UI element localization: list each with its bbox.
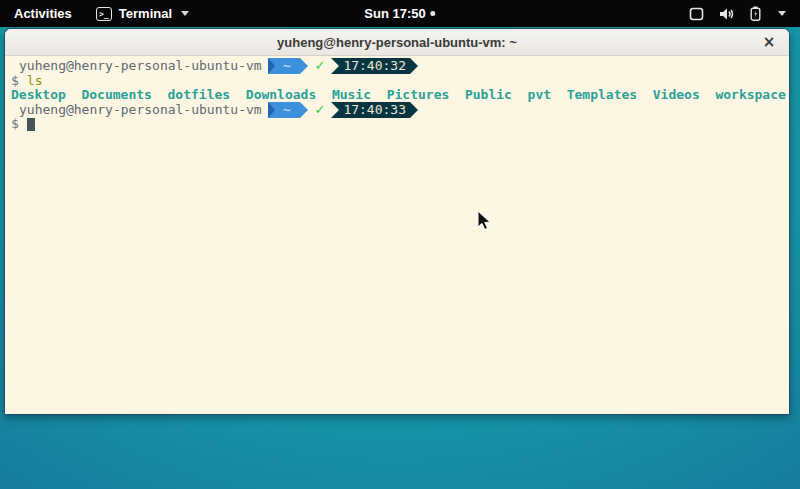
chevron-down-icon [181,11,189,16]
screen-icon [689,7,704,21]
close-button[interactable]: × [760,33,778,51]
prompt-line: yuheng@henry-personal-ubuntu-vm ~ ✓ 17:4… [11,103,787,118]
prompt-dollar: $ [11,117,19,132]
status-check-icon: ✓ [314,59,325,74]
text-cursor [27,118,35,131]
prompt-time: 17:40:33 [341,103,410,118]
app-menu-terminal[interactable]: >_ Terminal [86,0,199,27]
terminal-window: yuheng@henry-personal-ubuntu-vm: ~ × yuh… [4,28,790,415]
prompt-time: 17:40:32 [341,59,410,74]
prompt-path: ~ [281,59,299,74]
prompt-user: yuheng@henry-personal-ubuntu-vm [19,103,262,118]
prompt-time-segment: 17:40:32 [331,58,418,74]
ls-output: Desktop Documents dotfiles Downloads Mus… [11,88,787,103]
desktop: Activities >_ Terminal Sun 17:50 [0,0,800,489]
prompt-path-segment: ~ [268,58,309,74]
powerline-tip-icon [410,102,418,118]
activities-button[interactable]: Activities [0,0,86,27]
volume-icon [719,7,735,21]
notification-dot [431,11,436,16]
prompt-path: ~ [281,103,299,118]
powerline-arrow-icon [268,58,275,74]
window-titlebar[interactable]: yuheng@henry-personal-ubuntu-vm: ~ × [5,29,789,56]
powerline-tip-icon [300,58,308,74]
terminal-content[interactable]: yuheng@henry-personal-ubuntu-vm ~ ✓ 17:4… [5,56,789,414]
prompt-line: yuheng@henry-personal-ubuntu-vm ~ ✓ 17:4… [11,59,787,74]
powerline-tip-icon [410,58,418,74]
status-check-icon: ✓ [314,103,325,118]
mouse-cursor [477,210,492,232]
close-icon: × [763,33,776,51]
powerline-arrow-icon [268,102,275,118]
prompt-dollar: $ [11,74,19,89]
window-title: yuheng@henry-personal-ubuntu-vm: ~ [277,35,517,50]
command-line: $ ls [11,74,787,89]
clock-button[interactable]: Sun 17:50 [364,0,435,27]
battery-icon [750,6,761,21]
system-status-menu[interactable] [689,0,800,27]
top-bar: Activities >_ Terminal Sun 17:50 [0,0,800,27]
powerline-notch-icon [331,102,339,118]
input-line: $ [11,117,787,132]
app-menu-label: Terminal [119,6,172,21]
prompt-path-segment: ~ [268,102,309,118]
terminal-icon: >_ [96,7,112,21]
typed-command: ls [27,74,43,89]
prompt-user: yuheng@henry-personal-ubuntu-vm [19,59,262,74]
clock-label: Sun 17:50 [364,6,425,21]
powerline-notch-icon [331,58,339,74]
powerline-tip-icon [300,102,308,118]
chevron-down-icon [778,11,786,16]
activities-label: Activities [14,6,72,21]
prompt-time-segment: 17:40:33 [331,102,418,118]
